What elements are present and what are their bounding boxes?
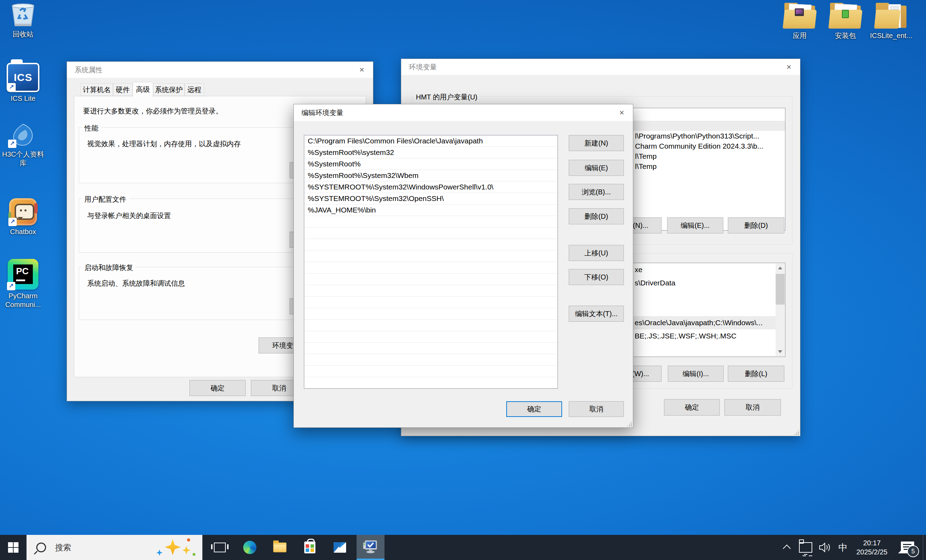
tray-volume-button[interactable] xyxy=(816,535,834,560)
path-entries-list[interactable]: C:\Program Files\Common Files\Oracle\Jav… xyxy=(304,135,558,389)
task-view-button[interactable] xyxy=(207,535,232,560)
move-down-button[interactable]: 下移(O) xyxy=(569,269,624,285)
tray-network-button[interactable] xyxy=(797,535,815,560)
new-button[interactable]: 新建(N) xyxy=(569,135,624,151)
cancel-button[interactable]: 取消 xyxy=(569,401,624,417)
ime-indicator[interactable]: 中 xyxy=(835,535,851,560)
user-variables-label: HMT 的用户变量(U) xyxy=(413,92,480,102)
desktop-icon-recycle-bin[interactable]: 回收站 xyxy=(0,3,46,39)
delete-button[interactable]: 删除(D) xyxy=(569,208,624,224)
desktop-icon-pycharm[interactable]: PC ↗ PyCharm Communi... xyxy=(0,259,46,309)
scrollbar[interactable] xyxy=(776,263,785,356)
path-entry[interactable]: %SystemRoot%\system32 xyxy=(304,147,558,158)
path-entry-empty[interactable] xyxy=(304,319,558,331)
scrollbar-thumb[interactable] xyxy=(776,274,785,304)
edit-text-button[interactable]: 编辑文本(T)... xyxy=(569,306,624,322)
path-entry-empty[interactable] xyxy=(304,308,558,319)
path-entry[interactable]: %SYSTEMROOT%\System32\WindowsPowerShell\… xyxy=(304,182,558,193)
resize-grip[interactable] xyxy=(794,430,799,435)
file-explorer-icon xyxy=(273,543,286,552)
task-view-icon xyxy=(214,543,226,552)
close-icon[interactable]: × xyxy=(778,59,800,75)
path-entry[interactable]: %JAVA_HOME%\bin xyxy=(304,204,558,216)
desktop-icon-label: 应用 xyxy=(777,32,823,40)
path-entry-empty[interactable] xyxy=(304,285,558,297)
copilot-sparkle-icon xyxy=(154,535,199,560)
move-up-button[interactable]: 上移(U) xyxy=(569,245,624,261)
close-icon[interactable]: × xyxy=(611,104,633,121)
taskbar-item-file-explorer[interactable] xyxy=(267,535,292,560)
path-entry-empty[interactable] xyxy=(304,343,558,354)
path-entry[interactable]: %SystemRoot% xyxy=(304,158,558,170)
desktop-icon-h3c-library[interactable]: ↗ H3C个人资料 库 xyxy=(0,123,46,168)
environment-variables-titlebar[interactable]: 环境变量 × xyxy=(401,59,800,75)
startup-recovery-group-label: 启动和故障恢复 xyxy=(82,263,136,272)
desktop-icon-icslite-folder[interactable]: ICSLite_ent... xyxy=(868,3,914,40)
start-button[interactable] xyxy=(0,535,27,560)
path-entry-empty[interactable] xyxy=(304,331,558,343)
edit-button[interactable]: 编辑(E) xyxy=(569,160,624,176)
taskbar-item-system-properties-active[interactable] xyxy=(357,535,384,560)
clock-time: 20:17 xyxy=(851,538,893,548)
path-entry-empty[interactable] xyxy=(304,377,558,389)
user-delete-button[interactable]: 删除(D) xyxy=(728,217,784,233)
window-title: 环境变量 xyxy=(409,62,437,72)
store-icon xyxy=(304,542,315,553)
desktop-icon-ics-lite[interactable]: ICS ↗ ICS Lite xyxy=(0,63,46,103)
desktop-icon-label: 安装包 xyxy=(822,32,869,40)
pycharm-icon: PC ↗ xyxy=(8,259,38,290)
path-entry-empty[interactable] xyxy=(304,297,558,308)
volume-icon xyxy=(819,542,831,553)
resize-grip[interactable] xyxy=(627,421,632,426)
path-entry-empty[interactable] xyxy=(304,239,558,251)
scroll-down-icon[interactable] xyxy=(776,347,785,356)
close-icon[interactable]: × xyxy=(351,62,373,78)
taskbar-clock[interactable]: 20:17 2025/2/25 xyxy=(851,535,893,560)
system-properties-titlebar[interactable]: 系统属性 × xyxy=(67,62,373,78)
desktop-icon-label: ICSLite_ent... xyxy=(868,32,914,40)
tab-advanced[interactable]: 高级 xyxy=(133,82,153,97)
tab-computer-name[interactable]: 计算机名 xyxy=(80,83,113,96)
action-center-button[interactable]: 5 xyxy=(895,535,920,560)
search-input[interactable]: 搜索 xyxy=(27,535,202,560)
windows-logo-icon xyxy=(8,542,18,553)
browse-button[interactable]: 浏览(B)... xyxy=(569,184,624,200)
system-properties-app-icon xyxy=(363,540,378,554)
scroll-up-icon[interactable] xyxy=(776,263,785,272)
taskbar-item-edge[interactable] xyxy=(237,535,262,560)
ok-button[interactable]: 确定 xyxy=(506,401,562,417)
system-delete-button[interactable]: 删除(L) xyxy=(728,366,784,382)
path-entry-empty[interactable] xyxy=(304,354,558,366)
tab-remote[interactable]: 远程 xyxy=(185,83,204,96)
desktop-icon-installers-folder[interactable]: 安装包 xyxy=(822,3,869,40)
shortcut-arrow-icon: ↗ xyxy=(8,139,17,148)
path-entry-empty[interactable] xyxy=(304,366,558,377)
path-entry-empty[interactable] xyxy=(304,251,558,262)
path-entry[interactable]: %SystemRoot%\System32\Wbem xyxy=(304,170,558,182)
system-edit-button[interactable]: 编辑(I)... xyxy=(668,366,724,382)
edit-env-titlebar[interactable]: 编辑环境变量 × xyxy=(294,104,633,121)
chatbox-icon: ↗ xyxy=(9,198,37,226)
desktop-icon-apps-folder[interactable]: 应用 xyxy=(777,3,823,40)
taskbar-item-mail[interactable] xyxy=(327,535,353,560)
path-entry-empty[interactable] xyxy=(304,274,558,285)
window-title: 系统属性 xyxy=(75,65,103,75)
path-entry-empty[interactable] xyxy=(304,262,558,274)
path-entry[interactable]: %SYSTEMROOT%\System32\OpenSSH\ xyxy=(304,193,558,204)
tab-system-protection[interactable]: 系统保护 xyxy=(153,83,185,96)
path-entry-empty[interactable] xyxy=(304,227,558,239)
ok-button[interactable]: 确定 xyxy=(664,399,720,416)
path-entry-empty[interactable] xyxy=(304,216,558,227)
taskbar-item-store[interactable] xyxy=(297,535,322,560)
search-placeholder: 搜索 xyxy=(55,542,71,553)
folder-icon xyxy=(875,3,908,29)
desktop-icon-chatbox[interactable]: ↗ Chatbox xyxy=(0,198,46,236)
cancel-button[interactable]: 取消 xyxy=(724,399,781,416)
shortcut-arrow-icon: ↗ xyxy=(7,83,16,91)
show-desktop-button[interactable] xyxy=(923,535,926,560)
tray-expand-button[interactable] xyxy=(779,535,794,560)
path-entry[interactable]: C:\Program Files\Common Files\Oracle\Jav… xyxy=(304,135,558,147)
tab-hardware[interactable]: 硬件 xyxy=(113,83,133,96)
user-edit-button[interactable]: 编辑(E)... xyxy=(667,217,723,233)
ok-button[interactable]: 确定 xyxy=(189,380,246,396)
